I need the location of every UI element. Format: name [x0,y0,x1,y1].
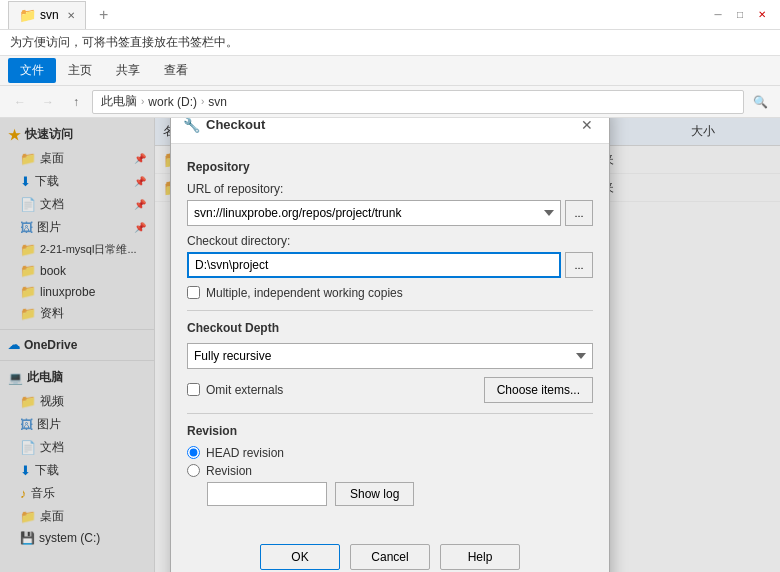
tab-folder-icon: 📁 [19,7,36,23]
close-window-btn[interactable]: ✕ [752,5,772,25]
search-btn[interactable]: 🔍 [748,90,772,114]
show-log-btn[interactable]: Show log [335,482,414,506]
url-browse-btn[interactable]: ... [565,200,593,226]
head-revision-radio[interactable] [187,446,200,459]
address-segment-svn: svn [208,95,227,109]
window-controls: ─ □ ✕ [708,5,772,25]
address-segment-pc: 此电脑 [101,93,137,110]
dialog-title-bar: 🔧 Checkout ✕ [171,118,609,144]
omit-externals-label: Omit externals [206,383,283,397]
url-field-label: URL of repository: [187,182,593,196]
maximize-btn[interactable]: □ [730,5,750,25]
revision-section-label: Revision [187,424,593,438]
omit-externals-checkbox[interactable] [187,383,200,396]
window-frame: 📁 svn ✕ + ─ □ ✕ 为方便访问，可将书签直接放在书签栏中。 文件 主… [0,0,780,572]
url-input-row: svn://linuxprobe.org/repos/project/trunk… [187,200,593,226]
new-tab-btn[interactable]: + [92,3,116,27]
checkout-dir-field-label: Checkout directory: [187,234,593,248]
menu-share[interactable]: 共享 [104,58,152,83]
checkout-dir-input[interactable] [187,252,561,278]
url-select[interactable]: svn://linuxprobe.org/repos/project/trunk [187,200,561,226]
address-sep-1: › [141,96,144,107]
checkout-dir-input-row: ... [187,252,593,278]
omit-externals-row: Omit externals Choose items... [187,377,593,403]
omit-checkbox-row: Omit externals [187,383,283,397]
section-divider-1 [187,310,593,311]
menu-file[interactable]: 文件 [8,58,56,83]
title-bar: 📁 svn ✕ + ─ □ ✕ [0,0,780,30]
revision-row: Revision [187,464,593,478]
choose-items-btn[interactable]: Choose items... [484,377,593,403]
tab-close-btn[interactable]: ✕ [67,10,75,21]
dialog-title-icon: 🔧 [183,118,200,133]
menu-bar: 文件 主页 共享 查看 [0,56,780,86]
multiple-copies-row: Multiple, independent working copies [187,286,593,300]
depth-section-label: Checkout Depth [187,321,593,335]
address-bar[interactable]: 此电脑 › work (D:) › svn [92,90,744,114]
head-revision-label: HEAD revision [206,446,284,460]
dialog-title-text: Checkout [206,118,265,132]
title-bar-left: 📁 svn ✕ + [8,1,708,29]
depth-row: Fully recursive [187,343,593,369]
main-area: ★ 快速访问 📁 桌面 📌 ⬇ 下载 📌 📄 文档 📌 🖼 图片 � [0,118,780,572]
menu-view[interactable]: 查看 [152,58,200,83]
revision-radio-label: Revision [206,464,252,478]
menu-home[interactable]: 主页 [56,58,104,83]
help-btn[interactable]: Help [440,544,520,570]
head-revision-row: HEAD revision [187,446,593,460]
tab-title: svn [40,8,59,22]
checkout-dialog: 🔧 Checkout ✕ Repository URL of repositor… [170,118,610,572]
dialog-overlay: 🔧 Checkout ✕ Repository URL of repositor… [0,118,780,572]
dialog-title: 🔧 Checkout [183,118,265,133]
tab-svn[interactable]: 📁 svn ✕ [8,1,86,29]
back-btn[interactable]: ← [8,90,32,114]
revision-radio[interactable] [187,464,200,477]
multiple-copies-checkbox[interactable] [187,286,200,299]
minimize-btn[interactable]: ─ [708,5,728,25]
bookmark-bar-text: 为方便访问，可将书签直接放在书签栏中。 [10,34,238,51]
dialog-body: Repository URL of repository: svn://linu… [171,144,609,534]
checkout-dir-browse-btn[interactable]: ... [565,252,593,278]
up-btn[interactable]: ↑ [64,90,88,114]
revision-input-row: Show log [207,482,593,506]
depth-select[interactable]: Fully recursive [187,343,593,369]
nav-bar: ← → ↑ 此电脑 › work (D:) › svn 🔍 [0,86,780,118]
multiple-copies-label: Multiple, independent working copies [206,286,403,300]
revision-section: Revision HEAD revision Revision Show log [187,424,593,506]
section-divider-2 [187,413,593,414]
ok-btn[interactable]: OK [260,544,340,570]
dialog-footer: OK Cancel Help [171,534,609,573]
revision-text-input[interactable] [207,482,327,506]
depth-section: Checkout Depth Fully recursive [187,321,593,369]
dialog-close-btn[interactable]: ✕ [577,118,597,135]
forward-btn[interactable]: → [36,90,60,114]
repository-section-label: Repository [187,160,593,174]
bookmark-bar: 为方便访问，可将书签直接放在书签栏中。 [0,30,780,56]
address-sep-2: › [201,96,204,107]
cancel-btn[interactable]: Cancel [350,544,430,570]
address-segment-drive: work (D:) [148,95,197,109]
